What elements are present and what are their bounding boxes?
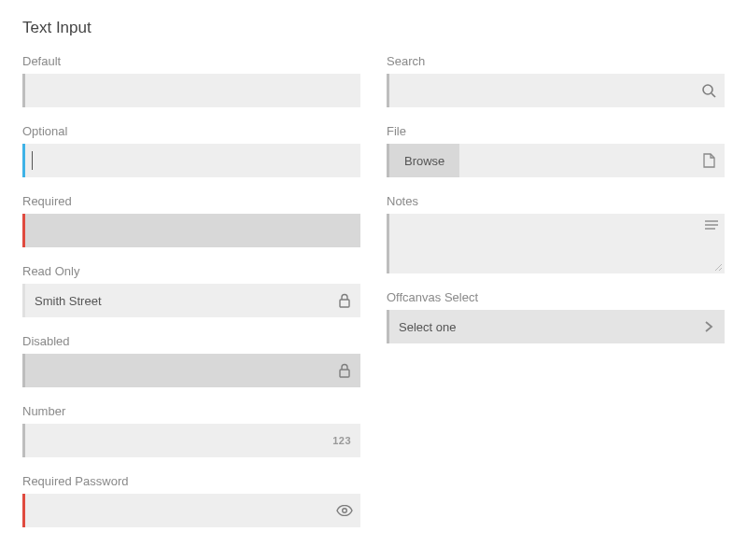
file-icon	[693, 144, 725, 177]
label-disabled: Disabled	[22, 334, 360, 348]
number-badge: 123	[323, 424, 360, 457]
svg-line-8	[715, 264, 722, 271]
search-input[interactable]	[389, 74, 693, 107]
required-password-input[interactable]	[25, 494, 329, 527]
text-lines-icon	[704, 219, 719, 232]
lock-icon	[329, 354, 360, 387]
input-wrap-disabled	[22, 354, 360, 387]
input-wrap-required-password	[22, 494, 360, 527]
input-wrap-optional	[22, 144, 360, 177]
default-input[interactable]	[25, 74, 360, 107]
svg-line-4	[712, 93, 715, 97]
svg-point-3	[703, 85, 712, 94]
optional-input[interactable]	[25, 144, 360, 177]
page-title: Text Input	[22, 19, 725, 37]
label-offcanvas-select: Offcanvas Select	[387, 290, 725, 304]
input-wrap-search	[387, 74, 725, 107]
field-number: Number 123	[22, 404, 360, 457]
label-search: Search	[387, 54, 725, 68]
field-notes: Notes	[387, 194, 725, 273]
label-file: File	[387, 124, 725, 138]
chevron-right-icon	[693, 310, 725, 343]
field-default: Default	[22, 54, 360, 107]
input-wrap-number: 123	[22, 424, 360, 457]
svg-line-9	[719, 268, 722, 271]
disabled-input	[25, 354, 329, 387]
label-required: Required	[22, 194, 360, 208]
label-required-password: Required Password	[22, 474, 360, 488]
resize-handle-icon[interactable]	[713, 262, 723, 272]
eye-icon[interactable]	[329, 494, 360, 527]
svg-point-2	[343, 509, 347, 513]
field-search: Search	[387, 54, 725, 107]
left-column: Default Optional Required Read Only	[22, 54, 360, 544]
field-required-password: Required Password	[22, 474, 360, 527]
label-readonly: Read Only	[22, 264, 360, 278]
notes-textarea[interactable]	[389, 214, 725, 273]
svg-rect-1	[340, 370, 349, 377]
field-required: Required	[22, 194, 360, 247]
required-input[interactable]	[25, 214, 360, 247]
svg-rect-0	[340, 300, 349, 307]
input-wrap-required	[22, 214, 360, 247]
field-offcanvas-select: Offcanvas Select Select one	[387, 290, 725, 343]
number-input[interactable]	[25, 424, 323, 457]
label-optional: Optional	[22, 124, 360, 138]
input-wrap-file: Browse	[387, 144, 725, 177]
input-wrap-readonly: Smith Street	[22, 284, 360, 317]
right-column: Search File Browse	[387, 54, 725, 544]
label-notes: Notes	[387, 194, 725, 208]
label-number: Number	[22, 404, 360, 418]
field-file: File Browse	[387, 124, 725, 177]
readonly-value: Smith Street	[25, 284, 329, 317]
search-icon[interactable]	[693, 74, 725, 107]
file-name-area	[459, 144, 693, 177]
input-wrap-default	[22, 74, 360, 107]
browse-button[interactable]: Browse	[389, 144, 459, 177]
field-disabled: Disabled	[22, 334, 360, 387]
offcanvas-select-value: Select one	[389, 310, 693, 343]
field-readonly: Read Only Smith Street	[22, 264, 360, 317]
offcanvas-select[interactable]: Select one	[387, 310, 725, 343]
text-caret	[32, 151, 33, 170]
lock-icon	[329, 284, 360, 317]
field-optional: Optional	[22, 124, 360, 177]
input-wrap-notes	[387, 214, 725, 273]
label-default: Default	[22, 54, 360, 68]
